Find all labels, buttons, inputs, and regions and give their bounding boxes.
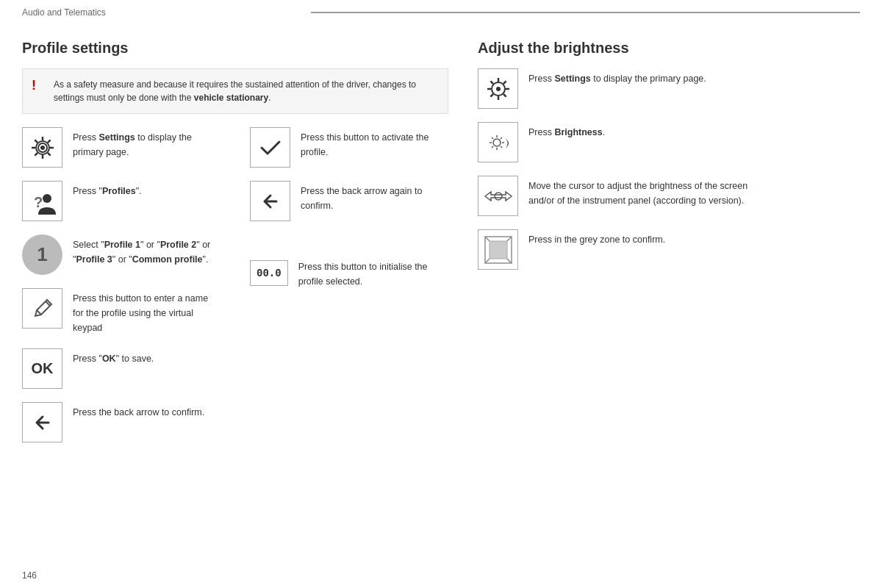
- greyzone-icon: [482, 234, 514, 266]
- svg-point-23: [493, 139, 501, 146]
- step-activate: Press this button to activate the profil…: [250, 127, 448, 168]
- step-select-profile: 1 Select "Profile 1" or "Profile 2" or "…: [22, 234, 220, 275]
- svg-rect-34: [490, 241, 507, 259]
- svg-line-6: [35, 140, 37, 143]
- bright-greyzone-text: Press in the grey zone to confirm.: [528, 229, 665, 247]
- header-title: Audio and Telematics: [22, 7, 296, 18]
- adjust-brightness-section: Adjust the brightness: [478, 40, 757, 456]
- number1-icon: 1: [22, 234, 62, 275]
- check-icon: [257, 135, 284, 161]
- main-content: Profile settings ! As a safety measure a…: [0, 25, 882, 470]
- step-ok-text: Press "OK" to save.: [73, 348, 154, 366]
- step-edit-text: Press this button to enter a name for th…: [73, 288, 220, 335]
- greyzone-icon-box: [478, 229, 518, 270]
- warning-box: ! As a safety measure and because it req…: [22, 68, 448, 114]
- edit-icon: [29, 295, 56, 322]
- back2-icon-box: [250, 181, 290, 221]
- bright-brightness-text: Press Brightness.: [528, 122, 605, 140]
- check-icon-box: [250, 127, 290, 168]
- step-back-text: Press the back arrow to confirm.: [73, 402, 204, 420]
- step-ok: OK Press "OK" to save.: [22, 348, 220, 389]
- step-select-text: Select "Profile 1" or "Profile 2" or "Pr…: [73, 234, 220, 267]
- profile-settings-title: Profile settings: [22, 40, 448, 57]
- number-display-value: 00.0: [257, 267, 282, 279]
- svg-line-22: [490, 94, 493, 97]
- svg-point-1: [40, 146, 45, 150]
- step-profiles-text: Press "Profiles".: [73, 181, 142, 198]
- svg-line-8: [48, 140, 51, 143]
- profile-icon: ?: [28, 187, 57, 216]
- warning-icon: !: [32, 78, 46, 93]
- step-init: 00.0 Press this button to initialise the…: [250, 257, 448, 289]
- svg-line-9: [35, 153, 37, 156]
- spacer: [250, 234, 448, 257]
- svg-point-12: [43, 194, 51, 203]
- step-settings: Press Settings to display the primary pa…: [22, 127, 220, 168]
- bright-cursor-text: Move the cursor to adjust the brightness…: [528, 176, 757, 208]
- back-icon-box: [22, 402, 62, 442]
- profile-icon-box: ?: [22, 181, 62, 221]
- bright-step-greyzone: Press in the grey zone to confirm.: [478, 229, 757, 270]
- back2-icon: [256, 187, 285, 216]
- step-back-confirm: Press the back arrow to confirm.: [22, 402, 220, 442]
- edit-icon-box: [22, 288, 62, 329]
- gear-icon: [28, 133, 57, 162]
- step-activate-text: Press this button to activate the profil…: [301, 127, 448, 159]
- steps-col-b: Press this button to activate the profil…: [250, 127, 448, 456]
- step-settings-text: Press Settings to display the primary pa…: [73, 127, 220, 159]
- bright-step-cursor: Move the cursor to adjust the brightness…: [478, 176, 757, 216]
- adjust-brightness-title: Adjust the brightness: [478, 40, 757, 57]
- ok-icon: OK: [23, 349, 62, 388]
- header-divider: [311, 12, 860, 13]
- svg-line-28: [492, 137, 493, 139]
- cursor-icon: [481, 185, 516, 207]
- steps-col-a: Press Settings to display the primary pa…: [22, 127, 220, 456]
- step-back-again: Press the back arrow again to confirm.: [250, 181, 448, 221]
- number1-icon-box: 1: [22, 234, 62, 275]
- step-back-again-text: Press the back arrow again to confirm.: [301, 181, 448, 213]
- gear-icon-box: [22, 127, 62, 168]
- bright-gear-icon-box: [478, 68, 518, 109]
- cursor-icon-box: [478, 176, 518, 216]
- brightness-icon: [484, 128, 513, 157]
- svg-line-31: [501, 137, 502, 139]
- step-edit-name: Press this button to enter a name for th…: [22, 288, 220, 335]
- ok-icon-box: OK: [22, 348, 62, 389]
- svg-line-29: [501, 146, 502, 148]
- svg-line-21: [503, 81, 506, 84]
- number-display-box: 00.0: [250, 260, 288, 286]
- step-init-text: Press this button to initialise the prof…: [298, 257, 448, 289]
- page-header: Audio and Telematics: [0, 0, 882, 25]
- profile-settings-section: Profile settings ! As a safety measure a…: [22, 40, 448, 456]
- svg-point-32: [495, 193, 502, 200]
- svg-text:?: ?: [34, 194, 43, 210]
- bright-step-settings: Press Settings to display the primary pa…: [478, 68, 757, 109]
- svg-line-19: [490, 81, 493, 84]
- bright-gear-icon: [484, 74, 513, 104]
- svg-point-13: [496, 87, 501, 91]
- bright-step-brightness: Press Brightness.: [478, 122, 757, 162]
- steps-container: Press Settings to display the primary pa…: [22, 127, 448, 456]
- back-icon: [28, 408, 57, 437]
- svg-line-7: [48, 153, 51, 156]
- brightness-icon-box: [478, 122, 518, 162]
- warning-text: As a safety measure and because it requi…: [54, 78, 439, 104]
- svg-line-20: [503, 94, 506, 97]
- svg-line-30: [492, 146, 493, 148]
- step-profiles: ? Press "Profiles".: [22, 181, 220, 221]
- page-footer: 146: [22, 570, 37, 581]
- bright-settings-text: Press Settings to display the primary pa…: [528, 68, 706, 86]
- page-number: 146: [22, 570, 37, 581]
